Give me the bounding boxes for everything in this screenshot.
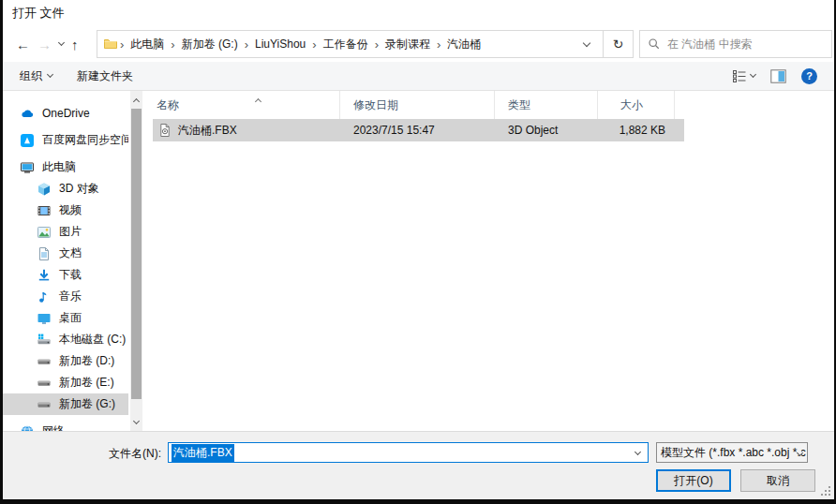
sidebar-item[interactable]: 文档 [3,243,128,264]
column-header-label: 类型 [508,97,530,113]
search-icon [648,37,661,51]
baidu-icon [20,133,35,148]
filename-selected-text: 汽油桶.FBX [172,444,234,462]
new-folder-button[interactable]: 新建文件夹 [77,68,133,84]
scroll-up-icon[interactable] [130,93,142,107]
breadcrumb-item[interactable]: 新加卷 (G:) [177,37,243,52]
sidebar-item-label: 新加卷 (E:) [59,375,114,391]
sidebar-item[interactable]: 图片 [3,221,128,243]
sidebar-item[interactable]: 视频 [3,200,128,221]
address-chevron-icon[interactable] [583,38,590,46]
file-list: 名称修改日期类型大小 汽油桶.FBX2023/7/15 15:473D Obje… [143,91,834,431]
sidebar-item-label: 图片 [59,224,82,240]
sort-ascending-icon [256,94,261,107]
sidebar-item-label: 新加卷 (D:) [59,353,114,369]
refresh-icon: ↻ [613,37,624,52]
sidebar-item[interactable]: 本地磁盘 (C:) [3,329,128,350]
new-folder-label: 新建文件夹 [77,68,133,84]
breadcrumb-separator-icon: › [118,37,126,52]
this-pc-icon [20,160,35,175]
scroll-down-icon[interactable] [130,415,142,429]
cancel-button[interactable]: 取消 [740,469,815,492]
file-name: 汽油桶.FBX [153,123,340,139]
address-bar[interactable]: ›此电脑›新加卷 (G:)›LiuYiShou›工作备份›录制课程›汽油桶 [97,30,604,58]
sidebar-item-label: 视频 [59,202,82,218]
open-button[interactable]: 打开(O) [656,469,731,492]
breadcrumb-item[interactable]: LiuYiShou [250,37,310,51]
up-icon[interactable]: ↑ [71,37,79,52]
drive-icon [37,354,52,369]
breadcrumb: ›此电脑›新加卷 (G:)›LiuYiShou›工作备份›录制课程›汽油桶 [118,37,584,52]
pictures-icon [37,225,52,240]
file-date: 2023/7/15 15:47 [340,124,495,137]
sidebar: OneDrive百度网盘同步空间此电脑3D 对象视频图片文档下载音乐桌面本地磁盘… [3,91,143,431]
sidebar-item[interactable]: 此电脑 [3,156,128,178]
history-chevron-icon[interactable] [58,39,65,46]
toolbar-right: ? [732,68,817,84]
breadcrumb-separator-icon: › [310,37,318,52]
help-icon[interactable]: ? [801,68,817,84]
sidebar-item[interactable]: 网络 [3,421,128,431]
sidebar-item[interactable]: 桌面 [3,307,128,329]
network-icon [20,424,35,432]
drive-c-icon [37,333,52,348]
sidebar-item[interactable]: OneDrive [3,102,128,124]
folder-icon [103,37,118,52]
breadcrumb-item[interactable]: 汽油桶 [442,37,485,52]
sidebar-item[interactable]: 音乐 [3,286,128,307]
videos-icon [37,203,52,218]
sidebar-item[interactable]: 新加卷 (G:) [3,393,128,415]
organize-label: 组织 [20,68,42,84]
documents-icon [37,246,52,261]
sidebar-item-label: 桌面 [59,310,82,326]
organize-button[interactable]: 组织 [20,68,52,84]
breadcrumb-item[interactable]: 工作备份 [319,37,373,52]
sidebar-item[interactable]: 新加卷 (D:) [3,350,128,372]
drive-icon [37,397,52,412]
desktop-icon [37,311,52,326]
filename-input[interactable]: 汽油桶.FBX [168,442,649,463]
filename-chevron-icon[interactable] [634,449,641,455]
sidebar-item-label: 3D 对象 [59,181,99,197]
column-header[interactable]: 修改日期 [340,91,495,119]
scrollbar-thumb[interactable] [131,109,142,399]
search-box[interactable] [639,30,832,58]
filetype-dropdown[interactable]: 模型文件 (*.fbx *.abc *.obj *.c [656,442,808,463]
back-icon[interactable]: ← [16,37,30,52]
forward-icon[interactable]: → [37,37,52,52]
breadcrumb-item[interactable]: 录制课程 [381,37,435,52]
column-header[interactable]: 名称 [143,91,340,119]
filetype-value: 模型文件 (*.fbx *.abc *.obj *.c [661,445,806,461]
breadcrumb-separator-icon: › [169,37,176,52]
sidebar-item[interactable]: 百度网盘同步空间 [3,129,128,151]
sidebar-item[interactable]: 下载 [3,264,128,286]
file-row[interactable]: 汽油桶.FBX2023/7/15 15:473D Object1,882 KB [153,119,684,141]
views-icon [732,68,747,83]
drive-icon [37,376,52,391]
column-header[interactable]: 类型 [495,91,598,119]
title-bar: 打开 文件 [3,0,834,26]
views-button[interactable] [732,68,755,83]
file-name-label: 汽油桶.FBX [178,123,237,139]
breadcrumb-item[interactable]: 此电脑 [126,37,169,52]
column-header[interactable]: 大小 [598,91,675,119]
sidebar-scrollbar[interactable] [130,91,142,431]
navigation-bar: ← → ↑ ›此电脑›新加卷 (G:)›LiuYiShou›工作备份›录制课程›… [3,26,834,62]
music-icon [37,289,52,304]
resize-grip[interactable] [821,486,830,496]
sidebar-item[interactable]: 3D 对象 [3,178,128,200]
column-header-label: 大小 [620,97,643,113]
organize-chevron-icon [47,71,53,78]
refresh-button[interactable]: ↻ [604,30,634,58]
search-input[interactable] [667,37,824,51]
sidebar-item[interactable]: 新加卷 (E:) [3,372,128,393]
sidebar-item-label: 新加卷 (G:) [59,396,115,412]
nav-buttons: ← → ↑ [3,37,97,52]
open-button-label: 打开(O) [674,473,712,489]
filename-label: 文件名(N): [3,446,161,462]
objects3d-icon [37,182,52,197]
column-header-label: 名称 [157,97,179,113]
dialog-title: 打开 文件 [12,5,65,22]
preview-pane-icon[interactable] [770,69,786,83]
sidebar-item-label: 网络 [42,423,65,431]
